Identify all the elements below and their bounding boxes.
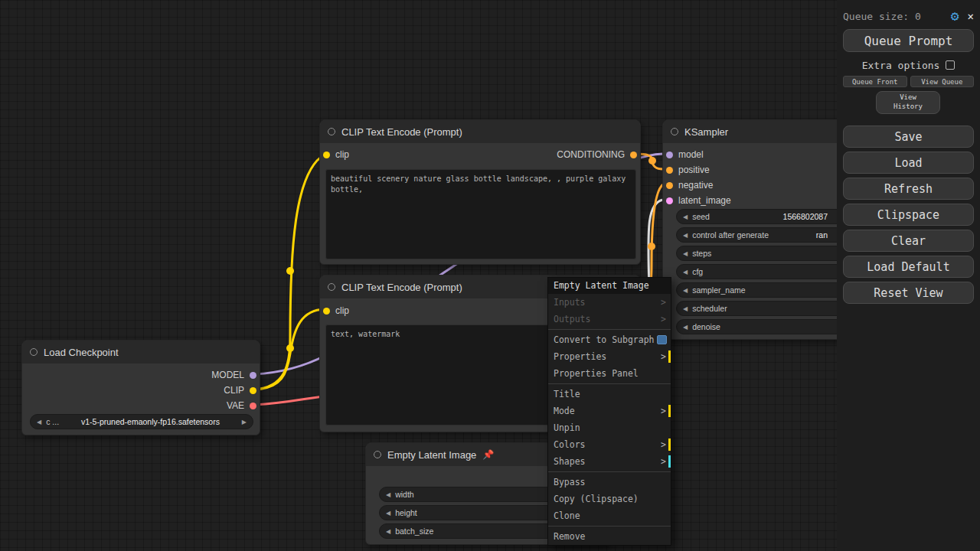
submenu-color-bar xyxy=(668,455,671,468)
input-slot-clip-icon[interactable] xyxy=(323,152,330,158)
comfyui-window: CLIP Text Encode (Prompt) clip CONDITION… xyxy=(0,0,980,551)
menu-item-mode[interactable]: Mode > xyxy=(548,403,671,419)
node-ksampler[interactable]: KSampler model positive negative latent_… xyxy=(662,119,861,340)
clipspace-button[interactable]: Clipspace xyxy=(843,204,974,226)
widget-left-arrow-icon[interactable]: ◀ xyxy=(386,491,390,498)
input-slot-label: model xyxy=(678,149,704,160)
menu-item-clone[interactable]: Clone xyxy=(548,507,671,524)
menu-item-properties[interactable]: Properties > xyxy=(548,348,671,365)
output-slot-label: CONDITIONING xyxy=(557,149,625,160)
widget-label: control after generate xyxy=(692,230,769,240)
prompt-textarea[interactable]: beautiful scenery nature glass bottle la… xyxy=(325,169,636,259)
menu-item-colors[interactable]: Colors > xyxy=(548,436,671,453)
sampler-name-widget[interactable]: ◀ sampler_name xyxy=(676,282,854,298)
collapse-toggle-icon[interactable] xyxy=(374,451,381,458)
node-title: Load Checkpoint xyxy=(44,347,119,358)
widget-left-arrow-icon[interactable]: ◀ xyxy=(683,269,688,276)
output-slot-label: CLIP xyxy=(224,385,244,396)
output-slot-label: MODEL xyxy=(211,370,244,380)
collapse-toggle-icon[interactable] xyxy=(671,128,678,135)
reset-view-button[interactable]: Reset View xyxy=(843,282,974,304)
widget-label: scheduler xyxy=(692,304,727,313)
widget-left-arrow-icon[interactable]: ◀ xyxy=(683,214,688,220)
menu-separator xyxy=(548,383,671,384)
input-slot-label: positive xyxy=(678,165,710,175)
input-slot-clip-icon[interactable] xyxy=(323,308,330,315)
menu-item-inputs: Inputs > xyxy=(548,294,671,311)
node-title: Empty Latent Image xyxy=(387,449,476,461)
node-load-checkpoint[interactable]: Load Checkpoint MODEL CLIP VAE xyxy=(21,340,260,435)
ckpt-name-combo-widget[interactable]: ◀ c ... v1-5-pruned-emaonly-fp16.safeten… xyxy=(30,414,253,429)
widget-left-arrow-icon[interactable]: ◀ xyxy=(683,250,688,257)
menu-item-properties-panel[interactable]: Properties Panel xyxy=(548,365,671,382)
widget-left-arrow-icon[interactable]: ◀ xyxy=(386,510,390,517)
queue-size-label: Queue size: 0 xyxy=(843,11,951,22)
collapse-toggle-icon[interactable] xyxy=(30,348,38,356)
menu-item-outputs: Outputs > xyxy=(548,311,671,328)
input-slot-label: clip xyxy=(335,149,349,160)
collapse-toggle-icon[interactable] xyxy=(328,128,335,135)
output-slot-conditioning-icon[interactable] xyxy=(630,152,637,158)
input-slot-label: negative xyxy=(678,180,713,191)
node-header[interactable]: Load Checkpoint xyxy=(22,341,260,364)
input-slot-model-icon[interactable] xyxy=(666,152,673,158)
input-slot-label: clip xyxy=(335,305,349,316)
denoise-widget[interactable]: ◀ denoise xyxy=(676,319,854,334)
output-slot-label: VAE xyxy=(227,400,244,411)
load-default-button[interactable]: Load Default xyxy=(843,256,974,278)
menu-item-shapes[interactable]: Shapes > xyxy=(548,453,671,470)
output-slot-vae-icon[interactable] xyxy=(250,403,256,409)
cfg-widget[interactable]: ◀ cfg xyxy=(676,264,854,279)
widget-left-arrow-icon[interactable]: ◀ xyxy=(683,324,688,331)
clear-button[interactable]: Clear xyxy=(843,230,974,252)
menu-separator xyxy=(548,526,671,527)
node-title: CLIP Text Encode (Prompt) xyxy=(341,282,462,293)
output-slot-model-icon[interactable] xyxy=(250,372,256,379)
menu-item-remove[interactable]: Remove xyxy=(548,528,671,545)
collapse-toggle-icon[interactable] xyxy=(328,283,335,291)
context-menu-title: Empty Latent Image xyxy=(548,278,671,294)
node-clip-text-encode-positive[interactable]: CLIP Text Encode (Prompt) clip CONDITION… xyxy=(319,119,641,265)
load-button[interactable]: Load xyxy=(843,152,974,174)
close-menu-icon[interactable]: ✕ xyxy=(968,11,974,21)
input-slot-positive-icon[interactable] xyxy=(666,167,673,174)
extra-options-checkbox[interactable] xyxy=(946,60,955,70)
input-slot-label: latent_image xyxy=(678,195,731,206)
input-slot-latent-image-icon[interactable] xyxy=(666,197,673,204)
scheduler-widget[interactable]: ◀ scheduler xyxy=(676,301,854,316)
combo-right-arrow-icon[interactable]: ▶ xyxy=(242,419,247,425)
menu-item-copy-clipspace[interactable]: Copy (Clipspace) xyxy=(548,491,671,507)
node-graph-canvas[interactable]: CLIP Text Encode (Prompt) clip CONDITION… xyxy=(0,0,980,551)
view-queue-button[interactable]: View Queue xyxy=(910,76,975,87)
node-title: CLIP Text Encode (Prompt) xyxy=(341,126,462,138)
view-history-button[interactable]: View History xyxy=(876,91,940,114)
settings-gear-icon[interactable]: ⚙ xyxy=(951,9,959,23)
menu-item-unpin[interactable]: Unpin xyxy=(548,419,671,436)
widget-left-arrow-icon[interactable]: ◀ xyxy=(683,232,688,239)
extra-options-label: Extra options xyxy=(862,60,940,71)
widget-label: seed xyxy=(692,212,710,221)
combo-left-arrow-icon[interactable]: ◀ xyxy=(37,419,41,425)
refresh-button[interactable]: Refresh xyxy=(843,178,974,200)
queue-prompt-button[interactable]: Queue Prompt xyxy=(843,29,974,52)
input-slot-negative-icon[interactable] xyxy=(666,182,673,189)
seed-widget[interactable]: ◀ seed 1566802087 xyxy=(676,209,854,224)
control-after-generate-widget[interactable]: ◀ control after generate ran xyxy=(676,227,854,243)
node-header[interactable]: CLIP Text Encode (Prompt) xyxy=(320,120,640,143)
output-slot-clip-icon[interactable] xyxy=(250,387,256,394)
widget-left-arrow-icon[interactable]: ◀ xyxy=(683,305,688,312)
widget-label: denoise xyxy=(692,322,720,331)
widget-left-arrow-icon[interactable]: ◀ xyxy=(683,287,688,294)
node-title: KSampler xyxy=(684,126,728,138)
node-header[interactable]: KSampler xyxy=(663,120,861,143)
save-button[interactable]: Save xyxy=(843,126,974,148)
queue-front-button[interactable]: Queue Front xyxy=(843,76,907,87)
menu-item-convert-to-subgraph[interactable]: Convert to Subgraph xyxy=(548,331,671,348)
menu-item-title[interactable]: Title xyxy=(548,386,671,403)
menu-item-bypass[interactable]: Bypass xyxy=(548,474,671,491)
subgraph-badge-icon xyxy=(657,335,667,344)
widget-left-arrow-icon[interactable]: ◀ xyxy=(386,528,390,535)
comfy-menu-panel: Queue size: 0 ⚙ ✕ Queue Prompt Extra opt… xyxy=(837,0,980,551)
steps-widget[interactable]: ◀ steps xyxy=(676,246,854,261)
submenu-color-bar xyxy=(668,439,671,451)
